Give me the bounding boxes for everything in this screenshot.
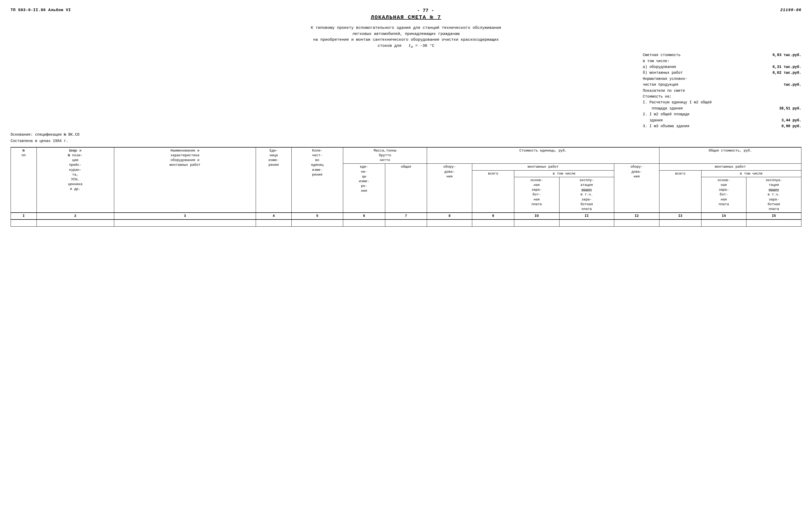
cost-row-4: б) монтажных работ 0,62 тыс.руб.	[643, 70, 801, 76]
col-n-7: 7	[385, 213, 427, 219]
col-n-8: 8	[427, 213, 472, 219]
subtitle-line-1: К типовому проекту вспомогательного здан…	[11, 25, 801, 31]
subtitle-block: К типовому проекту вспомогательного здан…	[11, 25, 801, 49]
cost-row-8: Стоимость на:	[643, 94, 801, 99]
col-n-10: IO	[514, 213, 559, 219]
cost-row-3: а) оборудования 6,31 тыс.руб.	[643, 64, 801, 70]
cost-label-2: в том числе:	[643, 58, 767, 64]
th-mount-incl: в том числе	[514, 170, 614, 177]
cost-row-7: Показатели по смете	[643, 88, 801, 94]
th-mass: Масса,тонныбруттонетто	[343, 147, 427, 164]
cost-label-9: I. Расчетную единицу I м2 общей	[643, 99, 767, 105]
th-num: №пп	[11, 147, 37, 213]
cell-mount-exp	[559, 219, 614, 226]
cell-total-basic	[701, 219, 746, 226]
col-n-13: I3	[659, 213, 701, 219]
cost-value-1: 6,93 тыс.руб.	[767, 52, 801, 58]
th-cost-equip: обору-дова-ния	[427, 164, 472, 213]
th-mass-unit: еди-ни-цыизме-ре-ния	[343, 164, 385, 213]
th-mount-work: монтажных работ	[472, 164, 614, 170]
cell-mass-unit	[343, 219, 385, 226]
cost-label-11: 2. I м2 общей площади	[643, 111, 767, 117]
col-n-5: 5	[291, 213, 343, 219]
cost-value-8	[767, 94, 801, 99]
col-n-12: I2	[614, 213, 659, 219]
table-col-numbers: I 2 3 4 5 6 7 8 9 IO II I2 I3 I4 I5	[11, 213, 801, 219]
cell-total-equip	[614, 219, 659, 226]
th-total-equip: обору-дова-ния	[614, 164, 659, 213]
cell-qty	[291, 219, 343, 226]
cell-unit	[256, 219, 291, 226]
cost-label-1: Сметная стоимость	[643, 52, 767, 58]
th-mount-exp: эксплу-атациямашинв т.ч.зара-ботнаяплата	[559, 177, 614, 213]
cost-row-5: Нормативная условно-	[643, 76, 801, 82]
th-total-mount: монтажных работ	[659, 164, 801, 170]
main-table: №пп Шифр и№ пози-циипрейс-куран-та,УСН,ц…	[11, 147, 801, 227]
cost-row-9: I. Расчетную единицу I м2 общей	[643, 99, 801, 105]
cell-total-total	[659, 219, 701, 226]
col-n-1: I	[11, 213, 37, 219]
cost-row-13: 3. I м3 объема здания 0,90 руб.	[643, 123, 801, 129]
cost-value-13: 0,90 руб.	[767, 123, 801, 129]
page-number: - 77 -	[71, 8, 780, 13]
cost-label-3: а) оборудования	[643, 64, 767, 70]
cost-label-7: Показатели по смете	[643, 88, 767, 94]
cost-label-5: Нормативная условно-	[643, 76, 767, 82]
th-unit-cost: Стоимость единицы, руб.	[427, 147, 659, 164]
table-header-row-1: №пп Шифр и№ пози-циипрейс-куран-та,УСН,ц…	[11, 147, 801, 164]
th-total-cost: Общая стоимость, руб.	[659, 147, 801, 164]
col-n-4: 4	[256, 213, 291, 219]
th-total-basic: основ-наязара-бот-наяплата	[701, 177, 746, 213]
cost-info-table: Сметная стоимость 6,93 тыс.руб. в том чи…	[643, 52, 801, 129]
cell-cipher	[37, 219, 114, 226]
cost-value-7	[767, 88, 801, 94]
cost-info-section: Сметная стоимость 6,93 тыс.руб. в том чи…	[11, 52, 801, 129]
subtitle-line-3: на приобретение и монтаж сантехнического…	[11, 37, 801, 43]
cost-row-1: Сметная стоимость 6,93 тыс.руб.	[643, 52, 801, 58]
cost-row-2: в том числе:	[643, 58, 801, 64]
th-unit: Еди-ницаизме-рения	[256, 147, 291, 213]
th-name: Наименование ихарактеристикаоборудования…	[114, 147, 256, 213]
cell-name	[114, 219, 256, 226]
cost-label-13: 3. I м3 объема здания	[643, 123, 767, 129]
cost-value-12: 3,44 руб.	[767, 117, 801, 123]
th-qty: Коли-чест-воединицизме-рения	[291, 147, 343, 213]
document-title: ЛОКАЛЬНАЯ СМЕТА № 7	[11, 14, 801, 20]
cost-label-12: здания	[643, 117, 767, 123]
cost-label-6: чистая продукция	[643, 82, 767, 87]
basis-block: Основание: спецификация № ВК.СО Составле…	[11, 132, 79, 144]
cell-cost-equip	[427, 219, 472, 226]
cost-value-6: тыс.руб.	[767, 82, 801, 87]
cost-value-11	[767, 111, 801, 117]
cost-value-4: 0,62 тыс.руб.	[767, 70, 801, 76]
cell-total-exp	[746, 219, 801, 226]
cost-row-12: здания 3,44 руб.	[643, 117, 801, 123]
cell-mass-total	[385, 219, 427, 226]
cell-mount-total	[472, 219, 514, 226]
col-n-3: 3	[114, 213, 256, 219]
col-n-15: I5	[746, 213, 801, 219]
col-n-14: I4	[701, 213, 746, 219]
cost-value-2	[767, 58, 801, 64]
col-n-11: II	[559, 213, 614, 219]
cost-label-4: б) монтажных работ	[643, 70, 767, 76]
cost-value-3: 6,31 тыс.руб.	[767, 64, 801, 70]
cell-mount-basic	[514, 219, 559, 226]
th-mass-total: общая	[385, 164, 427, 213]
bottom-info: Основание: спецификация № ВК.СО Составле…	[11, 132, 801, 144]
subtitle-line-4: стоков для tн = -30 °С	[11, 43, 801, 50]
th-total-exp: эксплуа-тациямашинв т.ч.зара-ботнаяплата	[746, 177, 801, 213]
basis-line-1: Основание: спецификация № ВК.СО	[11, 132, 79, 138]
th-mount-total: всего	[472, 170, 514, 213]
th-cipher: Шифр и№ пози-циипрейс-куран-та,УСН,ценни…	[37, 147, 114, 213]
th-total-incl: в том числе	[701, 170, 801, 177]
page-header: ТП 503-9-II.86 Альбом VI - 77 - 21199-06	[11, 8, 801, 13]
col-n-6: 6	[343, 213, 385, 219]
cost-value-10: 38,51 руб.	[767, 105, 801, 111]
col-n-2: 2	[37, 213, 114, 219]
cost-value-5	[767, 76, 801, 82]
cell-num	[11, 219, 37, 226]
basis-line-2: Составлена в ценах 1984 г.	[11, 138, 79, 144]
subtitle-line-2: легковых автомобилей, принадлежащих граж…	[11, 31, 801, 37]
th-total-total: всего	[659, 170, 701, 213]
